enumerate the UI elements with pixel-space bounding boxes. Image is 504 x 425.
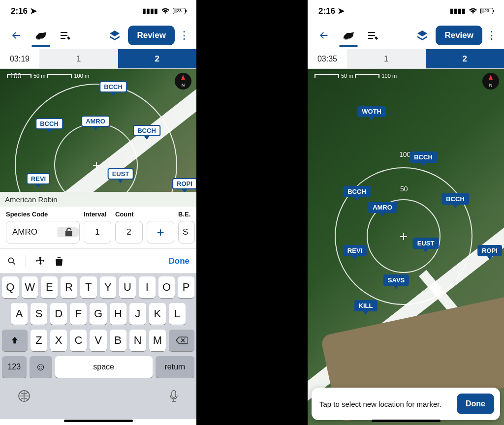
key-x[interactable]: X [50,330,67,351]
key-y[interactable]: Y [100,276,117,298]
key-g[interactable]: G [90,303,106,325]
shift-key[interactable] [2,330,28,351]
key-h[interactable]: H [110,303,126,325]
key-f[interactable]: F [70,303,87,325]
status-bar: 2:16 ➤ ▮▮▮▮ 23 [308,0,504,22]
pin-savs[interactable]: SAVS [383,274,409,289]
divider [26,255,26,267]
map-scale: 50 m 100 m 100 [7,73,89,79]
list-edit-tab[interactable] [362,25,384,46]
key-c[interactable]: C [70,330,87,351]
pin-eust[interactable]: EUST [108,168,134,183]
backspace-key[interactable] [169,330,194,351]
pin-eust[interactable]: EUST [413,238,439,252]
mic-icon[interactable] [169,390,179,402]
key-i[interactable]: I [139,276,156,298]
move-icon[interactable] [35,256,46,267]
map[interactable]: 50 m 100 m 100 N BCCHBCCHAMROBCCHEUSTREV… [0,69,196,192]
signal-icon: ▮▮▮▮ [142,7,158,15]
timer: 03:19 [0,49,39,68]
interval-1[interactable]: 1 [39,49,118,68]
compass-icon[interactable]: N [482,73,499,90]
back-button[interactable] [313,25,335,46]
key-m[interactable]: M [149,330,166,351]
overflow-menu[interactable]: ⋮ [177,29,191,42]
key-w[interactable]: W [22,276,38,298]
map[interactable]: 50 m 100 m N 100 50 WOTHBCCHBCCHBCCHAMRO… [308,69,504,425]
overflow-menu[interactable]: ⋮ [484,29,499,42]
be-label: B.E. [178,211,195,218]
pin-amro[interactable]: AMRO [368,202,397,216]
key-p[interactable]: P [178,276,194,298]
list-edit-tab[interactable] [54,25,77,46]
pin-bcch[interactable]: BCCH [410,152,437,166]
pin-bcch[interactable]: BCCH [441,193,469,208]
key-q[interactable]: Q [2,276,19,298]
space-key[interactable]: space [55,356,153,378]
interval-input[interactable]: 1 [84,221,111,243]
interval-1[interactable]: 1 [347,49,426,68]
globe-icon[interactable] [18,390,31,402]
back-button[interactable] [5,25,28,46]
status-time: 2:16 ➤ [318,6,345,16]
count-input[interactable]: 2 [115,221,143,243]
key-j[interactable]: J [129,303,146,325]
pin-bcch[interactable]: BCCH [35,118,63,133]
done-button[interactable]: Done [457,394,494,414]
bird-tab[interactable] [337,25,360,46]
key-d[interactable]: D [50,303,67,325]
done-button[interactable]: Done [169,256,190,266]
lock-icon[interactable] [58,227,79,237]
key-e[interactable]: E [41,276,58,298]
interval-row: 03:19 1 2 [0,49,196,69]
species-code-input[interactable]: AMRO [6,221,80,243]
key-k[interactable]: K [149,303,166,325]
key-b[interactable]: B [110,330,126,351]
map-center-icon [93,162,100,169]
return-key[interactable]: return [156,356,194,378]
key-a[interactable]: A [11,303,28,325]
species-name-banner: American Robin [0,192,196,207]
key-z[interactable]: Z [31,330,47,351]
status-time: 2:16 ➤ [11,6,37,16]
svg-point-0 [8,258,13,263]
pin-bcch[interactable]: BCCH [133,125,160,140]
pin-woth[interactable]: WOTH [357,106,386,121]
home-indicator[interactable] [64,420,133,422]
search-icon[interactable] [7,256,17,266]
pin-revi[interactable]: REVI [27,173,50,188]
key-l[interactable]: L [169,303,186,325]
key-r[interactable]: R [61,276,77,298]
trash-icon[interactable] [55,256,63,266]
home-indicator[interactable] [372,420,441,422]
key-s[interactable]: S [31,303,47,325]
key-v[interactable]: V [90,330,106,351]
be-input[interactable]: S [178,221,195,243]
increment-button[interactable]: + [147,221,174,243]
interval-2[interactable]: 2 [118,49,197,68]
pin-bcch[interactable]: BCCH [99,81,127,96]
pin-revi[interactable]: REVI [343,245,367,260]
key-u[interactable]: U [119,276,136,298]
review-button[interactable]: Review [436,26,482,45]
battery-icon: 23 [480,8,493,14]
bird-tab[interactable] [30,25,52,46]
toolbar: Review ⋮ [308,22,504,49]
pin-amro[interactable]: AMRO [81,116,110,130]
numbers-key[interactable]: 123 [2,356,27,378]
emoji-key[interactable]: ☺ [30,356,52,378]
key-t[interactable]: T [80,276,97,298]
battery-icon: 23 [173,8,186,14]
layers-button[interactable] [103,25,126,46]
pin-bcch[interactable]: BCCH [343,186,371,201]
interval-2[interactable]: 2 [426,49,504,68]
review-button[interactable]: Review [128,26,175,45]
pin-kill[interactable]: KILL [354,300,378,315]
pin-ropi[interactable]: ROPI [477,245,502,260]
layers-button[interactable] [411,25,434,46]
pin-ropi[interactable]: ROPI [172,178,196,192]
key-o[interactable]: O [158,276,175,298]
timer: 03:35 [308,49,347,68]
compass-icon[interactable]: N [175,73,191,90]
key-n[interactable]: N [129,330,146,351]
